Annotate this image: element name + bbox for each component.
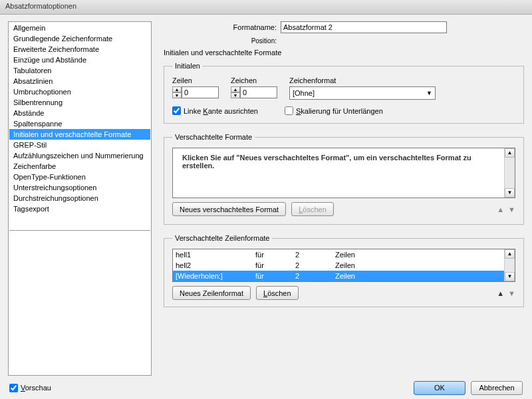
rows-down-icon[interactable]: ▼ <box>172 92 182 98</box>
nested-formats-message: Klicken Sie auf "Neues verschachteltes F… <box>177 152 511 171</box>
sidebar-item[interactable]: Tabulatoren <box>9 65 150 76</box>
move-up-icon[interactable]: ▲ <box>497 289 504 297</box>
scroll-down-icon[interactable]: ▼ <box>505 188 515 198</box>
sidebar-item[interactable]: Abstände <box>9 108 150 118</box>
sidebar-item[interactable]: Zeichenfarbe <box>9 161 150 172</box>
line-formats-legend: Verschachtelte Zeilenformate <box>172 234 272 242</box>
sidebar-item[interactable]: Tagsexport <box>9 203 150 214</box>
nested-formats-group: Verschachtelte Formate Klicken Sie auf "… <box>164 133 524 225</box>
cancel-button[interactable]: Abbrechen <box>471 381 523 395</box>
dialog-footer: Vorschau OK Abbrechen <box>0 376 532 399</box>
rows-label: Zeilen <box>172 76 219 84</box>
rows-up-icon[interactable]: ▲ <box>172 86 182 92</box>
sidebar-item[interactable]: Einzüge und Abstände <box>9 55 150 65</box>
preview-area <box>9 230 150 346</box>
rows-input[interactable] <box>182 86 219 98</box>
sidebar-item[interactable]: Silbentrennung <box>9 97 150 108</box>
formatname-input[interactable] <box>281 21 447 33</box>
nested-formats-list[interactable]: Klicken Sie auf "Neues verschachteltes F… <box>172 148 515 198</box>
charformat-label: Zeichenformat <box>289 76 436 84</box>
scale-descenders-checkbox[interactable]: Skalierung für Unterlängen <box>285 106 383 115</box>
chars-up-icon[interactable]: ▲ <box>231 86 240 92</box>
line-formats-group: Verschachtelte Zeilenformate hell1für2Ze… <box>164 234 524 307</box>
move-down-icon[interactable]: ▼ <box>508 205 515 213</box>
delete-line-format-button[interactable]: Löschen <box>256 286 299 300</box>
scroll-down-icon[interactable]: ▼ <box>505 272 515 281</box>
section-title: Initialen und verschachtelte Formate <box>164 49 524 57</box>
sidebar-item[interactable]: Grundlegende Zeichenformate <box>9 33 150 44</box>
new-nested-format-button[interactable]: Neues verschachteltes Format <box>172 202 286 216</box>
chars-down-icon[interactable]: ▼ <box>231 92 240 98</box>
formatname-label: Formatname: <box>164 23 277 31</box>
scroll-up-icon[interactable]: ▲ <box>505 249 515 259</box>
sidebar-item[interactable]: Erweiterte Zeichenformate <box>9 44 150 55</box>
initials-legend: Initialen <box>172 62 203 70</box>
ok-button[interactable]: OK <box>414 381 466 395</box>
scrollbar[interactable]: ▲ ▼ <box>504 249 515 281</box>
move-down-icon[interactable]: ▼ <box>508 289 515 297</box>
window-title: Absatzformatoptionen <box>5 2 76 10</box>
line-format-row[interactable]: hell2für2Zeilen <box>173 260 515 271</box>
chars-input[interactable] <box>240 86 277 98</box>
move-up-icon[interactable]: ▲ <box>497 205 504 213</box>
nested-formats-legend: Verschachtelte Formate <box>172 133 255 141</box>
charformat-dropdown[interactable]: [Ohne] ▼ <box>289 86 436 100</box>
sidebar-item[interactable]: Spaltenspanne <box>9 118 150 129</box>
window-titlebar: Absatzformatoptionen <box>0 0 532 15</box>
delete-nested-format-button[interactable]: Löschen <box>291 202 334 216</box>
sidebar-item[interactable]: OpenType-Funktionen <box>9 172 150 182</box>
align-left-checkbox[interactable]: Linke Kante ausrichten <box>172 106 258 115</box>
sidebar-item[interactable]: Allgemein <box>9 23 150 33</box>
line-format-row[interactable]: hell1für2Zeilen <box>173 249 515 260</box>
position-label: Position: <box>164 37 277 45</box>
sidebar-item[interactable]: GREP-Stil <box>9 140 150 150</box>
new-line-format-button[interactable]: Neues Zeilenformat <box>172 286 251 300</box>
category-sidebar: AllgemeinGrundlegende ZeichenformateErwe… <box>8 21 152 376</box>
sidebar-item[interactable]: Unterstreichungsoptionen <box>9 182 150 193</box>
chevron-down-icon: ▼ <box>426 90 432 96</box>
sidebar-item[interactable]: Aufzählungszeichen und Nummerierung <box>9 150 150 161</box>
sidebar-item[interactable]: Initialen und verschachtelte Formate <box>9 129 150 140</box>
charformat-value: [Ohne] <box>293 89 315 97</box>
preview-checkbox[interactable]: Vorschau <box>9 384 51 392</box>
sidebar-item[interactable]: Durchstreichungsoptionen <box>9 193 150 203</box>
initials-group: Initialen Zeilen ▲ ▼ Zeichen <box>164 62 524 124</box>
line-formats-list[interactable]: hell1für2Zeilenhell2für2Zeilen[Wiederhol… <box>172 249 515 282</box>
sidebar-item[interactable]: Absatzlinien <box>9 76 150 86</box>
scroll-up-icon[interactable]: ▲ <box>505 148 515 158</box>
scrollbar[interactable]: ▲ ▼ <box>504 148 515 198</box>
chars-label: Zeichen <box>231 76 277 84</box>
sidebar-item[interactable]: Umbruchoptionen <box>9 86 150 97</box>
line-format-row[interactable]: [Wiederholen:]für2Zeilen <box>173 271 515 281</box>
